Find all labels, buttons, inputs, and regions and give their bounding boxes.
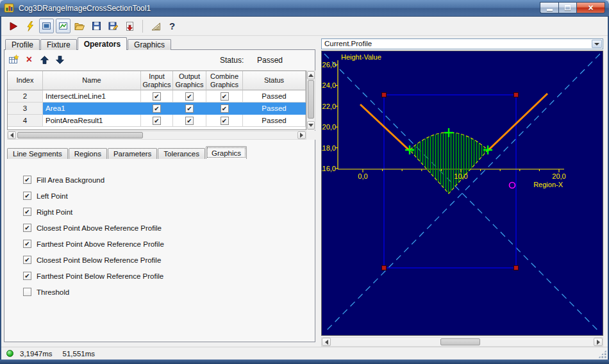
subtab-parameters[interactable]: Parameters — [108, 148, 157, 159]
table-row[interactable]: 4PointAreaResult1✔✔✔Passed — [8, 115, 306, 127]
run-status-led — [6, 350, 13, 357]
plot-scroll-right-button[interactable] — [594, 338, 603, 346]
tab-graphics[interactable]: Graphics — [128, 39, 171, 50]
region-handle-bl[interactable] — [382, 266, 387, 270]
checkbox[interactable]: ✔ — [23, 272, 31, 280]
tab-fixture[interactable]: Fixture — [40, 39, 77, 50]
save-as-icon[interactable] — [106, 19, 121, 33]
execution-time: 3,1947ms — [20, 350, 53, 358]
cell-status: Passed — [243, 115, 306, 127]
titlebar[interactable]: Cog3DRangeImageCrossSectionTool1 × — [0, 0, 609, 17]
profile-plot-panel[interactable]: Height-ValueRegion-X126,0124,0122,0120,0… — [321, 51, 603, 336]
trigger-icon[interactable] — [22, 19, 37, 33]
grid-checkbox[interactable]: ✔ — [153, 117, 161, 125]
cell-status: Passed — [243, 103, 306, 115]
column-header-combine-graphics[interactable]: Combine Graphics — [206, 71, 243, 90]
graphics-option[interactable]: ✔Farthest Point Below Reference Profile — [23, 272, 164, 280]
arrow-right-icon — [300, 133, 303, 138]
move-up-icon[interactable] — [38, 53, 51, 67]
scroll-left-button[interactable] — [8, 131, 16, 139]
arrow-up-icon — [308, 74, 313, 77]
grid-checkbox[interactable]: ✔ — [221, 104, 229, 113]
grid-checkbox[interactable]: ✔ — [153, 104, 161, 113]
checkbox[interactable]: ✔ — [23, 224, 31, 232]
subtab-line-segments[interactable]: Line Segments — [7, 148, 68, 159]
column-header-input-graphics[interactable]: Input Graphics — [141, 71, 173, 90]
plot-horizontal-scrollbar[interactable] — [321, 337, 603, 347]
subtab-graphics[interactable]: Graphics — [206, 146, 247, 159]
delete-operator-icon[interactable]: × — [22, 53, 36, 67]
table-row[interactable]: 3Area1✔✔✔Passed — [8, 103, 306, 115]
run-icon[interactable] — [6, 19, 21, 33]
grid-checkbox[interactable]: ✔ — [153, 92, 161, 101]
import-icon[interactable] — [122, 19, 137, 33]
scroll-down-button[interactable] — [307, 121, 315, 129]
help-icon[interactable]: ? — [165, 19, 179, 33]
table-row[interactable]: 2IntersectLineLine1✔✔✔Passed — [8, 90, 306, 103]
cell-name: Area1 — [43, 103, 141, 115]
plot-scroll-left-button[interactable] — [322, 338, 331, 346]
checkbox[interactable]: ✔ — [23, 192, 31, 200]
column-header-output-graphics[interactable]: Output Graphics — [173, 71, 206, 90]
open-file-icon[interactable] — [72, 19, 87, 33]
region-handle-tr[interactable] — [514, 93, 519, 97]
region-handle-br[interactable] — [514, 266, 519, 270]
graphics-option[interactable]: Threshold — [23, 288, 164, 296]
close-button[interactable]: × — [576, 2, 605, 13]
cell-checkbox: ✔ — [141, 90, 173, 103]
profile-selector[interactable]: Current.Profile — [321, 38, 603, 49]
graphics-option[interactable]: ✔Right Point — [23, 208, 164, 216]
grid-checkbox[interactable]: ✔ — [185, 117, 194, 125]
grid-checkbox[interactable]: ✔ — [185, 92, 194, 101]
checkbox[interactable]: ✔ — [23, 256, 31, 264]
checkbox[interactable]: ✔ — [23, 240, 31, 248]
y-tick-label: 116,0 — [322, 165, 336, 172]
cell-checkbox: ✔ — [206, 90, 243, 103]
y-tick-label: 118,0 — [322, 144, 336, 152]
grid-checkbox[interactable]: ✔ — [185, 104, 194, 113]
horizontal-scroll-thumb[interactable] — [17, 132, 143, 138]
operators-table[interactable]: IndexNameInput GraphicsOutput GraphicsCo… — [7, 70, 306, 130]
scroll-up-button[interactable] — [307, 71, 315, 79]
graphics-option[interactable]: ✔Fill Area Background — [23, 176, 164, 184]
checkbox[interactable]: ✔ — [23, 208, 31, 216]
graphics-option[interactable]: ✔Closest Point Below Reference Profile — [23, 256, 164, 264]
minimize-button[interactable] — [540, 2, 558, 13]
main-tab-strip: ProfileFixtureOperatorsGraphics — [5, 37, 172, 50]
total-time: 51,551ms — [63, 350, 96, 358]
toolbar-separator — [142, 20, 143, 33]
tab-operators[interactable]: Operators — [78, 37, 127, 50]
vertical-scroll-thumb[interactable] — [308, 80, 314, 119]
dropdown-button[interactable] — [592, 40, 602, 48]
move-down-icon[interactable] — [53, 53, 67, 67]
checkbox[interactable] — [23, 288, 31, 296]
subtab-regions[interactable]: Regions — [69, 148, 107, 159]
graphics-option[interactable]: ✔Closest Point Above Reference Profile — [23, 224, 164, 232]
subtab-tolerances[interactable]: Tolerances — [158, 148, 205, 159]
profile-chart[interactable]: Height-ValueRegion-X126,0124,0122,0120,0… — [322, 51, 603, 335]
save-icon[interactable] — [89, 19, 104, 33]
show-image-toggle[interactable] — [39, 19, 54, 33]
graphics-option[interactable]: ✔Farthest Point Above Reference Profile — [23, 240, 164, 248]
maximize-button[interactable] — [558, 2, 576, 13]
x-tick-label: 10,0 — [454, 172, 467, 180]
tab-profile[interactable]: Profile — [5, 39, 40, 50]
column-header-status[interactable]: Status — [243, 71, 306, 90]
table-vertical-scrollbar[interactable] — [306, 70, 315, 130]
grid-checkbox[interactable]: ✔ — [221, 117, 229, 125]
show-graphics-toggle[interactable] — [56, 19, 71, 33]
cell-checkbox: ✔ — [173, 115, 206, 127]
graphics-option[interactable]: ✔Left Point — [23, 192, 164, 200]
add-operator-icon[interactable] — [7, 53, 21, 67]
measure-icon[interactable] — [148, 19, 163, 33]
checkbox[interactable]: ✔ — [23, 176, 31, 184]
operators-tab-panel: × Status: Passed IndexNameInput Graphics… — [4, 49, 315, 342]
scroll-right-button[interactable] — [297, 131, 306, 139]
grid-checkbox[interactable]: ✔ — [221, 92, 229, 101]
region-handle-tl[interactable] — [382, 93, 387, 97]
plot-scroll-thumb[interactable] — [440, 338, 480, 345]
chevron-down-icon — [594, 43, 599, 48]
table-horizontal-scrollbar[interactable] — [7, 131, 306, 140]
column-header-index[interactable]: Index — [8, 71, 43, 90]
column-header-name[interactable]: Name — [43, 71, 141, 90]
